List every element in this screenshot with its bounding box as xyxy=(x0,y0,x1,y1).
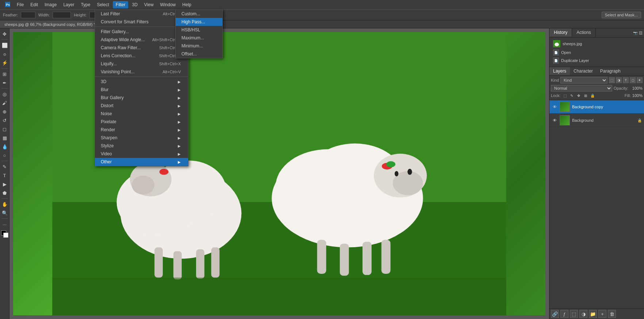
filter-camera-raw[interactable]: Camera Raw Filter... Shift+Ctrl+A xyxy=(95,44,188,52)
other-high-pass[interactable]: High Pass... xyxy=(176,18,222,26)
magic-wand-tool[interactable]: ⚡ xyxy=(1,59,9,67)
filter-3d[interactable]: 3D ▶ xyxy=(95,78,188,86)
filter-convert-smart[interactable]: Convert for Smart Filters xyxy=(95,18,188,26)
history-item-duplicate[interactable]: 📄 Duplicate Layer xyxy=(551,57,643,65)
filter-lens-correction[interactable]: Lens Correction... Shift+Ctrl+R xyxy=(95,52,188,60)
tab-history[interactable]: History xyxy=(549,28,572,37)
layer-item-background-copy[interactable]: 👁 Background copy xyxy=(549,100,644,114)
lock-transparent-icon[interactable]: ⬚ xyxy=(562,93,568,98)
type-filter-icon[interactable]: T xyxy=(623,77,629,83)
history-item-sheepsjpg[interactable]: sheeps.jpg xyxy=(551,39,643,48)
kind-label: Kind xyxy=(551,78,559,82)
lock-all-icon[interactable]: 🔒 xyxy=(590,93,595,98)
tab-layers[interactable]: Layers xyxy=(549,67,570,75)
zoom-tool[interactable]: 🔍 xyxy=(1,209,9,217)
link-layers-btn[interactable]: 🔗 xyxy=(551,310,559,318)
filter-liquify[interactable]: Liquify... Shift+Ctrl+X xyxy=(95,60,188,68)
pixel-filter-icon[interactable]: ⬚ xyxy=(609,77,615,83)
filter-blur-gallery[interactable]: Blur Gallery ▶ xyxy=(95,94,188,102)
filter-sharpen[interactable]: Sharpen ▶ xyxy=(95,134,188,142)
other-hsb-hsl[interactable]: HSB/HSL xyxy=(176,26,222,34)
brush-tool[interactable]: 🖌 xyxy=(1,99,9,107)
layer-name-background: Background xyxy=(572,118,635,122)
blur-tool[interactable]: 💧 xyxy=(1,143,9,151)
filter-noise[interactable]: Noise ▶ xyxy=(95,110,188,118)
layer-item-background[interactable]: 👁 Background 🔒 xyxy=(549,114,644,127)
feather-input[interactable] xyxy=(21,12,35,18)
adjust-filter-icon[interactable]: ◑ xyxy=(616,77,622,83)
more-tools-btn[interactable]: ··· xyxy=(1,220,9,228)
menu-filter[interactable]: Filter xyxy=(113,1,129,8)
width-input[interactable] xyxy=(53,12,71,18)
shape-filter-icon[interactable]: ◻ xyxy=(630,77,636,83)
background-color[interactable] xyxy=(3,233,8,238)
filter-adaptive-wide[interactable]: Adaptive Wide Angle... Alt+Shift+Ctrl+A xyxy=(95,36,188,44)
menu-select[interactable]: Select xyxy=(94,1,112,8)
lasso-tool[interactable]: ⌾ xyxy=(1,50,9,58)
svg-rect-12 xyxy=(196,249,204,279)
filter-video[interactable]: Video ▶ xyxy=(95,150,188,158)
lock-pixels-icon[interactable]: ✎ xyxy=(569,93,575,98)
gradient-tool[interactable]: ▦ xyxy=(1,134,9,142)
doc-tab[interactable]: sheeps.jpg @ 66,7% (Background copy, RGB… xyxy=(0,20,104,28)
filter-last-filter[interactable]: Last Filter Alt+Ctrl+F xyxy=(95,10,188,18)
menu-edit[interactable]: Edit xyxy=(27,1,41,8)
layer-eye-background[interactable]: 👁 xyxy=(552,117,557,123)
filter-gallery[interactable]: Filter Gallery... xyxy=(95,28,188,36)
pen-tool[interactable]: ✎ xyxy=(1,163,9,171)
filter-stylize[interactable]: Stylize ▶ xyxy=(95,142,188,150)
clone-tool[interactable]: ⊕ xyxy=(1,108,9,116)
eraser-tool[interactable]: ◻ xyxy=(1,125,9,133)
dodge-tool[interactable]: ○ xyxy=(1,151,9,159)
menu-window[interactable]: Window xyxy=(157,1,179,8)
move-tool[interactable]: ✥ xyxy=(1,30,9,38)
menu-file[interactable]: File xyxy=(14,1,27,8)
history-camera-icon[interactable]: 📷 xyxy=(633,31,637,35)
filter-blur[interactable]: Blur ▶ xyxy=(95,86,188,94)
filter-render[interactable]: Render ▶ xyxy=(95,126,188,134)
other-offset[interactable]: Offset... xyxy=(176,50,222,58)
svg-point-9 xyxy=(132,176,154,195)
blend-mode-select[interactable]: Normal xyxy=(551,85,612,92)
history-snapshot-icon[interactable]: 🖼 xyxy=(639,31,643,35)
filter-other[interactable]: Other ▶ xyxy=(95,158,188,166)
hand-tool[interactable]: ✋ xyxy=(1,200,9,208)
filter-pixelate[interactable]: Pixelate ▶ xyxy=(95,118,188,126)
select-mask-button[interactable]: Select and Mask... xyxy=(602,12,641,18)
new-group-btn[interactable]: 📁 xyxy=(589,310,597,318)
add-style-btn[interactable]: ƒ xyxy=(560,310,568,318)
menu-view[interactable]: View xyxy=(141,1,157,8)
filter-distort[interactable]: Distort ▶ xyxy=(95,102,188,110)
tab-actions[interactable]: Actions xyxy=(572,28,595,37)
menu-type[interactable]: Type xyxy=(78,1,93,8)
filter-vanishing-point[interactable]: Vanishing Point... Alt+Ctrl+V xyxy=(95,68,188,76)
menu-image[interactable]: Image xyxy=(42,1,60,8)
tab-paragraph[interactable]: Paragraph xyxy=(597,67,624,75)
new-fill-btn[interactable]: ◑ xyxy=(579,310,587,318)
menu-3d[interactable]: 3D xyxy=(129,1,140,8)
layer-eye-background-copy[interactable]: 👁 xyxy=(552,104,557,110)
smart-filter-icon[interactable]: ✦ xyxy=(637,77,643,83)
lock-position-icon[interactable]: ✥ xyxy=(576,93,582,98)
shape-tool[interactable]: ⬟ xyxy=(1,189,9,197)
menu-ps[interactable]: Ps xyxy=(2,1,13,9)
add-mask-btn[interactable]: ⬚ xyxy=(570,310,578,318)
history-brush-tool[interactable]: ↺ xyxy=(1,116,9,124)
lock-artboard-icon[interactable]: ⊞ xyxy=(583,93,589,98)
spot-heal-tool[interactable]: ◎ xyxy=(1,90,9,98)
delete-layer-btn[interactable]: 🗑 xyxy=(608,310,616,318)
eyedropper-tool[interactable]: ✒ xyxy=(1,79,9,87)
crop-tool[interactable]: ⊞ xyxy=(1,70,9,78)
text-tool[interactable]: T xyxy=(1,171,9,179)
other-custom[interactable]: Custom... xyxy=(176,10,222,18)
new-layer-btn[interactable]: + xyxy=(598,310,606,318)
menu-layer[interactable]: Layer xyxy=(60,1,77,8)
path-select-tool[interactable]: ▶ xyxy=(1,180,9,188)
tab-character[interactable]: Character xyxy=(570,67,597,75)
other-minimum[interactable]: Minimum... xyxy=(176,42,222,50)
other-maximum[interactable]: Maximum... xyxy=(176,34,222,42)
rect-select-tool[interactable]: ⬜ xyxy=(1,41,9,49)
menu-help[interactable]: Help xyxy=(179,1,194,8)
kind-select[interactable]: Kind xyxy=(560,77,607,83)
history-item-open[interactable]: 📄 Open xyxy=(551,48,643,57)
